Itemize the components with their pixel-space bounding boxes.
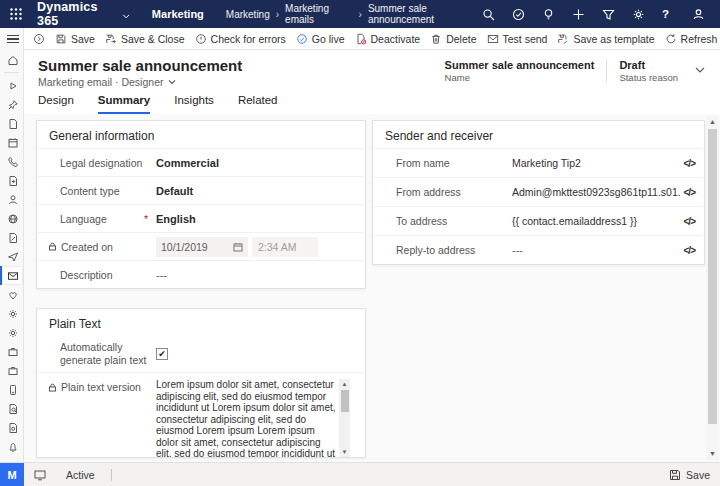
- field-row: Content type Default: [38, 176, 364, 204]
- deactivate-button[interactable]: Deactivate: [350, 28, 426, 50]
- field-value[interactable]: English: [156, 213, 364, 225]
- textarea-scrollbar[interactable]: ▲ ▼: [339, 379, 350, 457]
- gear-icon[interactable]: [0, 304, 23, 323]
- field-value[interactable]: ---: [156, 269, 364, 281]
- help-icon[interactable]: ?: [662, 8, 675, 21]
- envelope-icon: [487, 33, 499, 45]
- phone-icon[interactable]: [0, 152, 23, 171]
- scrollbar-thumb[interactable]: [341, 390, 349, 412]
- file-gear-icon[interactable]: [0, 418, 23, 437]
- plus-icon[interactable]: [572, 8, 585, 21]
- account-icon[interactable]: [692, 8, 705, 21]
- bell-icon[interactable]: [0, 437, 23, 456]
- chevron-down-icon: [122, 10, 130, 19]
- date-input[interactable]: 10/1/2019: [156, 237, 248, 257]
- pin-icon[interactable]: [0, 95, 23, 114]
- scrollbar-thumb[interactable]: [708, 129, 717, 424]
- plain-text-value[interactable]: Lorem ipsum dolor sit amet, consectetur …: [156, 379, 338, 457]
- sidebar-divider: [4, 72, 19, 73]
- field-value[interactable]: Default: [156, 185, 364, 197]
- play-icon[interactable]: [0, 76, 23, 95]
- scroll-down-icon[interactable]: ▼: [706, 448, 719, 460]
- personalization-icon[interactable]: </>: [680, 158, 703, 169]
- record-header: Summer sale announcement Marketing email…: [24, 50, 720, 90]
- personalization-icon[interactable]: </>: [680, 245, 703, 256]
- chevron-down-icon[interactable]: [694, 62, 706, 80]
- time-input[interactable]: 2:34 AM: [252, 237, 318, 257]
- field-label: To address: [374, 215, 512, 227]
- save-button[interactable]: Save: [50, 28, 100, 50]
- document-icon[interactable]: [0, 114, 23, 133]
- box-icon[interactable]: [0, 342, 23, 361]
- brand-menu[interactable]: Dynamics 365: [37, 0, 130, 28]
- status-badge: Draft: [619, 59, 678, 71]
- home-icon[interactable]: [0, 50, 23, 69]
- field-value[interactable]: Admin@mkttest0923sg861tp11.s01.dyn365mkt…: [512, 186, 680, 198]
- phone-gear-icon[interactable]: [0, 380, 23, 399]
- refresh-icon: [665, 33, 677, 45]
- content-scrollbar[interactable]: ▲ ▼: [706, 116, 719, 460]
- scroll-down-icon[interactable]: ▼: [339, 447, 350, 457]
- delete-button[interactable]: Delete: [425, 28, 481, 50]
- gear-icon[interactable]: [0, 323, 23, 342]
- breadcrumb-item-current[interactable]: Summer sale announcement: [368, 3, 482, 25]
- scroll-up-icon[interactable]: ▲: [706, 116, 719, 128]
- file-edit-icon[interactable]: [0, 228, 23, 247]
- mail-icon[interactable]: [0, 266, 23, 285]
- send-icon[interactable]: [0, 247, 23, 266]
- lightbulb-icon[interactable]: [542, 8, 555, 21]
- check-errors-button[interactable]: Check for errors: [190, 28, 291, 50]
- tab-related[interactable]: Related: [238, 94, 278, 114]
- field-value[interactable]: {{ contact.emailaddress1 }}: [512, 215, 680, 227]
- tab-summary[interactable]: Summary: [98, 94, 150, 114]
- field-value[interactable]: Marketing Tip2: [512, 157, 680, 169]
- field-value[interactable]: Commercial: [156, 157, 364, 169]
- panel-title: Sender and receiver: [373, 121, 704, 148]
- expand-icon[interactable]: [28, 28, 50, 50]
- personalization-icon[interactable]: </>: [680, 187, 703, 198]
- breadcrumb-item[interactable]: Marketing: [226, 9, 270, 20]
- tab-design[interactable]: Design: [38, 94, 74, 114]
- field-value[interactable]: ---: [512, 244, 680, 256]
- sender-receiver-panel: Sender and receiver From name Marketing …: [372, 120, 705, 265]
- top-navigation-bar: Dynamics 365 Marketing Marketing › Marke…: [0, 0, 720, 28]
- box-icon[interactable]: [0, 361, 23, 380]
- statusbar-save-button[interactable]: Save: [669, 469, 720, 481]
- file-arrow-icon[interactable]: [0, 171, 23, 190]
- chevron-down-icon[interactable]: [168, 76, 176, 88]
- form-switcher-icon[interactable]: [34, 469, 46, 481]
- go-live-button[interactable]: Go live: [291, 28, 350, 50]
- heart-icon[interactable]: [0, 285, 23, 304]
- record-state: Active: [66, 469, 95, 481]
- command-bar: Save Save & Close Check for errors Go li…: [24, 28, 720, 50]
- generate-plain-text-checkbox[interactable]: ✔: [156, 348, 168, 360]
- task-check-icon[interactable]: [512, 8, 525, 21]
- search-icon[interactable]: [482, 8, 495, 21]
- test-send-button[interactable]: Test send: [482, 28, 553, 50]
- calendar-icon[interactable]: [0, 133, 23, 152]
- plain-text-area[interactable]: Lorem ipsum dolor sit amet, consectetur …: [156, 379, 350, 457]
- save-as-template-button[interactable]: Save as template: [552, 28, 659, 50]
- statusbar-divider: [111, 469, 112, 481]
- globe-icon[interactable]: [0, 209, 23, 228]
- save-and-close-button[interactable]: Save & Close: [100, 28, 190, 50]
- person-icon[interactable]: [0, 190, 23, 209]
- tab-insights[interactable]: Insights: [174, 94, 214, 114]
- field-label: Plain text version: [38, 381, 156, 393]
- scroll-up-icon[interactable]: ▲: [339, 379, 350, 389]
- panel-title: General information: [37, 121, 365, 148]
- filter-icon[interactable]: [602, 8, 615, 21]
- gear-icon[interactable]: [632, 8, 645, 21]
- field-row: Reply-to address --- </>: [374, 235, 703, 264]
- menu-icon[interactable]: [0, 28, 23, 50]
- breadcrumb-item[interactable]: Marketing emails: [285, 3, 352, 25]
- app-name[interactable]: Marketing: [152, 8, 204, 20]
- required-marker: *: [144, 213, 148, 225]
- file-search-icon[interactable]: [0, 399, 23, 418]
- waffle-icon[interactable]: [9, 7, 23, 21]
- personalization-icon[interactable]: </>: [680, 216, 703, 227]
- app-badge[interactable]: M: [0, 463, 24, 486]
- refresh-button[interactable]: Refresh: [660, 28, 720, 50]
- left-navigation: [0, 28, 24, 462]
- header-name-label: Name: [445, 72, 595, 83]
